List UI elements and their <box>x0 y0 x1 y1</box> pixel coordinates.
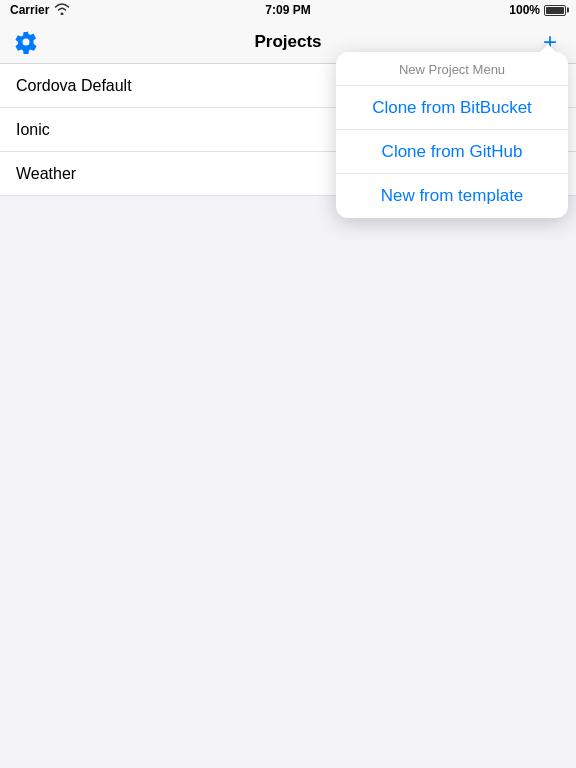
clone-github-button[interactable]: Clone from GitHub <box>336 130 568 174</box>
new-project-menu: New Project Menu Clone from BitBucket Cl… <box>336 52 568 218</box>
dropdown-overlay[interactable]: New Project Menu Clone from BitBucket Cl… <box>0 0 576 768</box>
dropdown-menu-header: New Project Menu <box>336 52 568 86</box>
dropdown-arrow <box>540 44 556 52</box>
clone-bitbucket-button[interactable]: Clone from BitBucket <box>336 86 568 130</box>
new-from-template-button[interactable]: New from template <box>336 174 568 218</box>
